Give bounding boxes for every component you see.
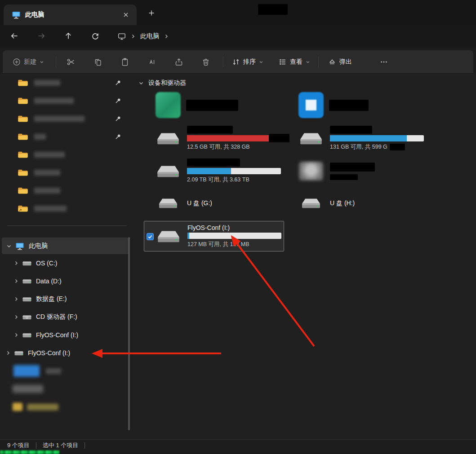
eject-button-label: 弹出	[339, 58, 352, 66]
blurred-cd-drive-icon	[299, 162, 323, 181]
chevron-right-icon[interactable]	[13, 332, 19, 338]
tab-title: 此电脑	[25, 11, 44, 19]
sidebar-item-blurred[interactable]	[0, 380, 134, 398]
sidebar-item-pinned-folder[interactable]	[0, 74, 134, 92]
tab-close-button[interactable]	[120, 9, 131, 20]
redacted-text	[390, 144, 405, 150]
capacity-bar-fill	[330, 135, 407, 141]
section-header-devices[interactable]: 设备和驱动器	[138, 79, 186, 87]
new-tab-button[interactable]	[146, 7, 157, 19]
blurred-cd-tile[interactable]	[287, 157, 427, 185]
sort-button[interactable]: 排序	[228, 50, 267, 74]
hard-drive-icon	[156, 130, 181, 147]
sidebar-item-blurred[interactable]	[0, 362, 134, 380]
sidebar-item-drive-c[interactable]: OS (C:)	[0, 254, 134, 272]
share-button[interactable]	[169, 50, 189, 74]
drive-icon	[22, 278, 31, 284]
sidebar-item-drive-i-root[interactable]: FlyOS-Conf (I:)	[0, 344, 134, 362]
selected-count: 选中 1 个项目	[43, 441, 78, 450]
pin-icon	[115, 115, 121, 122]
chevron-right-icon	[164, 34, 169, 39]
sidebar-item-pinned-folder[interactable]	[0, 110, 134, 128]
drive-tile-e[interactable]: 2.09 TB 可用, 共 3.63 TB	[144, 157, 284, 185]
sidebar-item-folder-shortcut[interactable]	[0, 199, 134, 217]
selection-checkbox[interactable]	[147, 233, 154, 240]
trash-icon	[201, 57, 210, 66]
up-button[interactable]	[60, 28, 76, 44]
chevron-right-icon[interactable]	[13, 296, 19, 302]
forward-button[interactable]	[33, 28, 49, 44]
eject-button[interactable]: 弹出	[325, 50, 356, 74]
pin-icon	[115, 97, 121, 104]
status-divider	[85, 442, 85, 449]
sidebar-item-drive-i[interactable]: FlyOS-Conf (I:)	[0, 326, 134, 344]
blurred-label	[34, 170, 60, 176]
rename-icon	[147, 57, 156, 66]
sidebar-item-folder[interactable]	[0, 181, 134, 199]
chevron-right-icon[interactable]	[13, 314, 19, 320]
back-button[interactable]	[6, 28, 22, 44]
folder-icon	[18, 97, 28, 105]
drive-label: 数据盘 (E:)	[36, 295, 67, 303]
blurred-label	[34, 188, 60, 194]
refresh-button[interactable]	[87, 28, 103, 44]
drive-tile-c[interactable]: 12.5 GB 可用, 共 328 GB	[144, 124, 284, 153]
chevron-right-icon[interactable]	[13, 278, 19, 284]
blurred-label	[34, 134, 46, 140]
this-pc-icon	[15, 242, 24, 251]
sidebar-scrollbar[interactable]	[128, 237, 130, 430]
hard-drive-icon	[298, 130, 324, 147]
cut-button[interactable]	[61, 50, 81, 74]
copy-button[interactable]	[88, 50, 108, 74]
drive-name: FlyOS-Conf (I:)	[187, 224, 282, 231]
blurred-blue-icon	[13, 365, 40, 377]
blurred-app-icon	[156, 92, 181, 118]
sidebar-item-drive-f[interactable]: CD 驱动器 (F:)	[0, 308, 134, 326]
blurred-item-tile[interactable]	[144, 91, 284, 119]
rename-button[interactable]	[142, 50, 162, 74]
drive-tile-flyos-selected[interactable]: FlyOS-Conf (I:) 127 MB 可用, 共 127 MB	[144, 221, 284, 251]
drive-tile-d[interactable]: 131 GB 可用, 共 599 G	[287, 124, 427, 153]
drive-tile-usb-g[interactable]: U 盘 (G:)	[144, 192, 284, 214]
sidebar-item-drive-d[interactable]: Data (D:)	[0, 272, 134, 290]
folder-icon	[18, 115, 28, 123]
explorer-tab[interactable]: 此电脑	[4, 4, 137, 25]
sidebar-item-pinned-folder[interactable]	[0, 128, 134, 145]
file-list-area: 设备和驱动器 12.5 GB 可用, 共 328 GB	[135, 74, 476, 439]
more-options-button[interactable]	[374, 50, 394, 74]
drive-tile-usb-h[interactable]: U 盘 (H:)	[287, 192, 427, 214]
chevron-down-icon	[306, 60, 310, 64]
delete-button[interactable]	[196, 50, 216, 74]
blurred-label	[34, 98, 74, 104]
chevron-right-icon[interactable]	[5, 350, 11, 356]
sidebar-item-this-pc[interactable]: 此电脑	[2, 238, 129, 254]
title-bar: 此电脑	[0, 0, 476, 25]
capacity-bar-fill	[187, 233, 189, 239]
ellipsis-icon	[380, 58, 388, 66]
chevron-right-icon[interactable]	[13, 260, 19, 266]
chevron-down-icon[interactable]	[6, 243, 12, 249]
blurred-item-tile[interactable]	[287, 91, 427, 119]
copy-icon	[93, 57, 102, 66]
navigation-pane: 此电脑 OS (C:) Data (D:) 数据盘 (E:) CD 驱动器 (	[0, 74, 134, 439]
folder-icon	[18, 79, 28, 87]
computer-icon[interactable]	[118, 32, 126, 40]
sidebar-item-blurred[interactable]	[0, 398, 134, 416]
blurred-label	[46, 368, 61, 374]
new-button[interactable]: 新建	[9, 50, 48, 74]
command-bar: 新建 排序 查看	[3, 50, 473, 74]
drive-name: U 盘 (H:)	[330, 199, 355, 207]
sidebar-item-folder[interactable]	[0, 163, 134, 181]
sidebar-item-pinned-folder[interactable]	[0, 92, 134, 110]
sidebar-item-folder[interactable]	[0, 145, 134, 163]
sidebar-item-drive-e[interactable]: 数据盘 (E:)	[0, 290, 134, 308]
paste-button[interactable]	[115, 50, 135, 74]
capacity-bar-fill	[187, 135, 277, 141]
sidebar-this-pc-label: 此电脑	[29, 242, 48, 250]
drive-label: CD 驱动器 (F:)	[36, 313, 77, 321]
breadcrumb-this-pc[interactable]: 此电脑	[140, 32, 159, 40]
drive-icon	[14, 350, 23, 356]
redacted-label	[186, 100, 238, 111]
view-button[interactable]: 查看	[275, 50, 314, 74]
blurred-label	[34, 152, 65, 158]
